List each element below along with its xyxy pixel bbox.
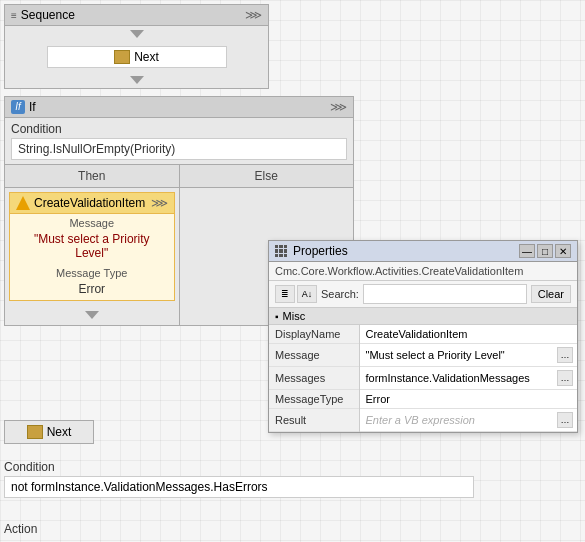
else-label: Else xyxy=(180,165,354,188)
prop-name-cell: Messages xyxy=(269,367,359,390)
toolbar-icon-group: ≣ A↓ xyxy=(275,285,317,303)
sequence-collapse-icon[interactable]: ⋙ xyxy=(245,8,262,22)
clear-button[interactable]: Clear xyxy=(531,285,571,303)
condition-bottom-value[interactable]: not formInstance.ValidationMessages.HasE… xyxy=(4,476,474,498)
then-column: Then CreateValidationItem ⋙ Message "Mus… xyxy=(5,165,180,325)
prop-value-cell: Error xyxy=(359,390,577,409)
if-header: If If ⋙ xyxy=(5,97,353,118)
prop-value-text: formInstance.ValidationMessages xyxy=(366,372,530,384)
create-validation-container: CreateValidationItem ⋙ Message "Must sel… xyxy=(9,192,175,301)
message-label: Message xyxy=(10,214,174,230)
if-collapse-icon[interactable]: ⋙ xyxy=(330,100,347,114)
prop-value-cell[interactable]: Enter a VB expression… xyxy=(359,409,577,432)
properties-subtitle: Cmc.Core.Workflow.Activities.CreateValid… xyxy=(269,262,577,281)
condition-label: Condition xyxy=(11,122,347,136)
prop-placeholder-text: Enter a VB expression xyxy=(366,414,475,426)
sequence-title: Sequence xyxy=(21,8,75,22)
next-label-bottom: Next xyxy=(47,425,72,439)
message-type-value: Error xyxy=(10,280,174,300)
properties-grid-icon xyxy=(275,245,287,257)
misc-section-header[interactable]: ▪ Misc xyxy=(269,308,577,325)
maximize-button[interactable]: □ xyxy=(537,244,553,258)
prop-value-cell: CreateValidationItem xyxy=(359,325,577,344)
create-validation-collapse-icon[interactable]: ⋙ xyxy=(151,196,168,210)
prop-value-cell[interactable]: formInstance.ValidationMessages… xyxy=(359,367,577,390)
action-label: Action xyxy=(4,522,37,536)
condition-bottom-container: Condition not formInstance.ValidationMes… xyxy=(4,460,474,498)
sequence-header: ≡ Sequence ⋙ xyxy=(5,5,268,26)
if-icon: If xyxy=(11,100,25,114)
workflow-canvas: ≡ Sequence ⋙ Next If If ⋙ Condi xyxy=(0,0,585,542)
sequence-connector-top xyxy=(5,26,268,42)
then-connector xyxy=(5,305,179,325)
condition-bottom-label: Condition xyxy=(4,460,474,474)
section-expand-icon: ▪ xyxy=(275,311,279,322)
prop-ellipsis-button[interactable]: … xyxy=(557,412,573,428)
property-row: Message"Must select a Priority Level"… xyxy=(269,344,577,367)
property-row: ResultEnter a VB expression… xyxy=(269,409,577,432)
then-chevron-icon xyxy=(85,311,99,319)
search-label: Search: xyxy=(321,288,359,300)
next-icon-bottom xyxy=(27,425,43,439)
if-title: If xyxy=(29,100,36,114)
next-icon-top xyxy=(114,50,130,64)
prop-value-text: CreateValidationItem xyxy=(366,328,468,340)
prop-name-cell: Result xyxy=(269,409,359,432)
message-type-label: Message Type xyxy=(10,264,174,280)
property-row: MessageTypeError xyxy=(269,390,577,409)
next-box-top[interactable]: Next xyxy=(47,46,227,68)
properties-toolbar: ≣ A↓ Search: Clear xyxy=(269,281,577,308)
sequence-container: ≡ Sequence ⋙ Next xyxy=(4,4,269,89)
minimize-button[interactable]: — xyxy=(519,244,535,258)
titlebar-controls: — □ ✕ xyxy=(519,244,571,258)
sort-alpha-icon[interactable]: A↓ xyxy=(297,285,317,303)
warning-icon xyxy=(16,196,30,210)
properties-titlebar: Properties — □ ✕ xyxy=(269,241,577,262)
properties-panel: Properties — □ ✕ Cmc.Core.Workflow.Activ… xyxy=(268,240,578,433)
create-validation-header: CreateValidationItem ⋙ xyxy=(10,193,174,214)
property-row: MessagesformInstance.ValidationMessages… xyxy=(269,367,577,390)
chevron-down-icon-2 xyxy=(130,76,144,84)
properties-title: Properties xyxy=(293,244,348,258)
search-input[interactable] xyxy=(363,284,527,304)
next-button-bottom[interactable]: Next xyxy=(4,420,94,444)
prop-ellipsis-button[interactable]: … xyxy=(557,347,573,363)
sequence-connector-bottom xyxy=(5,72,268,88)
message-value: "Must select a Priority Level" xyxy=(10,230,174,264)
prop-value-cell[interactable]: "Must select a Priority Level"… xyxy=(359,344,577,367)
next-label-top: Next xyxy=(134,50,159,64)
properties-table: DisplayNameCreateValidationItemMessage"M… xyxy=(269,325,577,432)
sort-category-icon[interactable]: ≣ xyxy=(275,285,295,303)
create-validation-title: CreateValidationItem xyxy=(34,196,145,210)
prop-ellipsis-button[interactable]: … xyxy=(557,370,573,386)
condition-area: Condition String.IsNullOrEmpty(Priority) xyxy=(5,118,353,164)
sequence-icon: ≡ xyxy=(11,10,17,21)
prop-value-text: Error xyxy=(366,393,390,405)
prop-name-cell: MessageType xyxy=(269,390,359,409)
prop-name-cell: DisplayName xyxy=(269,325,359,344)
prop-name-cell: Message xyxy=(269,344,359,367)
close-button[interactable]: ✕ xyxy=(555,244,571,258)
misc-section-label: Misc xyxy=(283,310,306,322)
next-bottom-container: Next xyxy=(4,420,94,444)
prop-value-text: "Must select a Priority Level" xyxy=(366,349,505,361)
chevron-down-icon xyxy=(130,30,144,38)
condition-value[interactable]: String.IsNullOrEmpty(Priority) xyxy=(11,138,347,160)
property-row: DisplayNameCreateValidationItem xyxy=(269,325,577,344)
then-label: Then xyxy=(5,165,179,188)
